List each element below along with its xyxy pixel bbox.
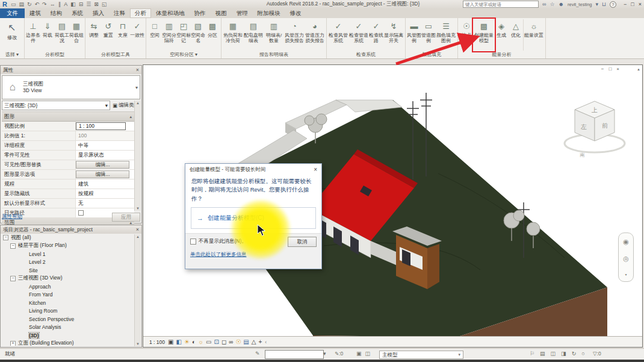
- search-binoculars-icon[interactable]: ∞: [542, 1, 546, 7]
- view-control-icon[interactable]: ∞: [229, 339, 233, 345]
- tree-item-label[interactable]: Solar Analysis: [29, 324, 61, 330]
- selection-filter-count[interactable]: ▽:0: [593, 351, 601, 357]
- tree-item-label[interactable]: Level 1: [29, 251, 45, 257]
- ribbon-button[interactable]: ▩ 创建能量模型: [474, 19, 494, 51]
- ribbon-panel-title[interactable]: 分析模型工具: [87, 51, 144, 58]
- tree-expander-icon[interactable]: [10, 243, 16, 249]
- status-icon[interactable]: ▤: [540, 351, 545, 357]
- ribbon-panel-title[interactable]: 空间和分区 ▾: [147, 51, 220, 58]
- ribbon-button[interactable]: ▦ 荷载组合: [69, 19, 84, 51]
- ribbon-button[interactable]: ⊥ 边界条件: [26, 19, 40, 51]
- create-energy-model-command-link[interactable]: → 创建能量分析模型(C): [191, 207, 316, 229]
- sign-in-person-icon[interactable]: ☻: [559, 1, 564, 7]
- properties-scrollbar[interactable]: ▲ ▼: [134, 101, 141, 211]
- tree-item-label[interactable]: 视图 (all): [11, 234, 31, 242]
- ribbon-button[interactable]: ⊓ 支座: [116, 19, 130, 51]
- scroll-down-icon[interactable]: ▼: [136, 342, 140, 346]
- tree-item[interactable]: (3D): [1, 331, 141, 340]
- type-selector[interactable]: ⌂ 三维视图 3D View ▾: [2, 75, 140, 99]
- property-value[interactable]: 建筑: [76, 179, 134, 189]
- view-control-icon[interactable]: ▣: [168, 339, 173, 345]
- ribbon-button[interactable]: ▤ 荷载工况: [55, 19, 69, 51]
- ribbon-tab[interactable]: 体量和场地: [151, 8, 190, 18]
- tree-item-label[interactable]: Section Perspective: [29, 316, 74, 322]
- tree-expander-icon[interactable]: [10, 276, 16, 281]
- ribbon-button[interactable]: ▥ 空间分隔符: [162, 19, 176, 51]
- view-selector-chevron-icon[interactable]: ▾: [105, 101, 108, 110]
- tree-item-label[interactable]: Living Room: [29, 308, 57, 314]
- tree-item-label[interactable]: From Yard: [29, 292, 52, 298]
- cancel-button[interactable]: 取消: [288, 237, 317, 247]
- qat-icon[interactable]: ◱: [102, 1, 107, 7]
- ribbon-tab[interactable]: 分析: [130, 8, 151, 18]
- scale-label[interactable]: 1 : 100: [149, 339, 165, 345]
- ribbon-button[interactable]: ◈ 生成: [494, 19, 509, 51]
- wing-side-wall[interactable]: [427, 244, 439, 289]
- tree-item-label[interactable]: (3D): [29, 332, 39, 339]
- ribbon-panel-title[interactable]: 报告和明细表: [223, 51, 325, 58]
- ribbon-button[interactable]: ▩ 分区: [205, 19, 220, 51]
- property-value[interactable]: 编辑...: [76, 161, 129, 169]
- ribbon-button[interactable]: ◰ 空间标记: [176, 19, 191, 51]
- status-icon[interactable]: ◫: [551, 351, 556, 357]
- ribbon-button[interactable]: □ 空间: [147, 19, 162, 51]
- status-icon[interactable]: ▣: [356, 351, 362, 357]
- ribbon-button[interactable]: ↯ 显示隔离开关: [383, 19, 404, 51]
- ribbon-tab[interactable]: 建筑: [25, 8, 46, 18]
- ribbon-tab[interactable]: 文件: [0, 8, 25, 18]
- qat-icon[interactable]: ↷: [42, 1, 47, 7]
- design-option-select[interactable]: 主模型▾: [379, 351, 463, 359]
- properties-close-icon[interactable]: ×: [136, 66, 139, 74]
- select-chevron-icon[interactable]: ▾: [458, 351, 460, 358]
- scroll-down-icon[interactable]: ▼: [136, 207, 140, 210]
- ribbon-button[interactable]: ✓ 检查管道系统: [348, 19, 369, 51]
- tree-item[interactable]: Approach: [1, 282, 141, 291]
- ribbon-tab[interactable]: 管理: [232, 8, 253, 18]
- user-menu-chevron-icon[interactable]: ▾: [595, 1, 598, 7]
- property-value[interactable]: 无: [76, 199, 134, 208]
- app-store-cart-icon[interactable]: ⊔: [602, 1, 606, 7]
- qat-icon[interactable]: ◧: [70, 1, 76, 7]
- qat-icon[interactable]: ⊠: [94, 1, 99, 7]
- tree-item-label[interactable]: 立面 (Building Elevation): [18, 340, 74, 346]
- tree-item-label[interactable]: Kitchen: [29, 300, 46, 306]
- view-restore-icon[interactable]: □: [608, 66, 611, 72]
- tree-expander-icon[interactable]: [10, 341, 16, 346]
- ribbon-button[interactable]: ✓ 检查线路: [369, 19, 383, 51]
- qat-icon[interactable]: ↻: [27, 1, 32, 7]
- ribbon-tab[interactable]: 视图: [211, 8, 232, 18]
- status-icon[interactable]: ↻: [572, 351, 577, 357]
- ribbon-panel-title[interactable]: 检查系统: [328, 51, 404, 58]
- qat-icon[interactable]: ☰: [86, 1, 91, 7]
- tree-expander-icon[interactable]: [3, 235, 8, 240]
- ribbon-button[interactable]: ✓ 一致性: [130, 19, 144, 51]
- help-icon[interactable]: ?: [610, 1, 616, 8]
- ribbon-panel-title[interactable]: 分析模型: [26, 51, 84, 58]
- close-button[interactable]: ×: [639, 1, 642, 7]
- minimize-button[interactable]: −: [624, 1, 627, 7]
- view-control-icon[interactable]: ▤: [243, 339, 249, 345]
- ribbon-button[interactable]: ⇆ 调整: [87, 19, 101, 51]
- tree-item[interactable]: Level 1: [1, 250, 141, 258]
- ribbon-tab[interactable]: 系统: [67, 8, 88, 18]
- navbar-chevron-icon[interactable]: ▾: [625, 272, 627, 276]
- apply-button[interactable]: 应用: [112, 213, 140, 222]
- steering-wheel-icon[interactable]: ◉: [623, 238, 629, 246]
- view-control-icon[interactable]: ◧: [176, 339, 181, 345]
- view-control-icon[interactable]: ☀: [184, 339, 190, 345]
- ribbon-panel-title[interactable]: 颜色填充: [407, 51, 456, 58]
- tree-item[interactable]: Section Perspective: [1, 315, 141, 323]
- ribbon-button[interactable]: ▧ 空间命名: [191, 19, 205, 51]
- ribbon-button[interactable]: ↖ 修改: [1, 19, 23, 51]
- qat-icon[interactable]: ▭: [11, 1, 16, 7]
- browser-scrollbar[interactable]: ▲ ▼: [134, 234, 141, 346]
- tree-item[interactable]: Level 2: [1, 258, 141, 267]
- status-input[interactable]: [265, 350, 324, 359]
- search-input[interactable]: [463, 1, 539, 8]
- tree-item[interactable]: 立面 (Building Elevation): [1, 340, 141, 346]
- revit-logo[interactable]: R: [2, 1, 7, 8]
- tree-item-label[interactable]: 楼层平面 (Floor Plan): [18, 242, 67, 249]
- ribbon-tab[interactable]: 修改: [285, 8, 306, 18]
- ribbon-button[interactable]: ↺ 重置: [101, 19, 116, 51]
- view-control-icon[interactable]: ▭: [206, 339, 211, 345]
